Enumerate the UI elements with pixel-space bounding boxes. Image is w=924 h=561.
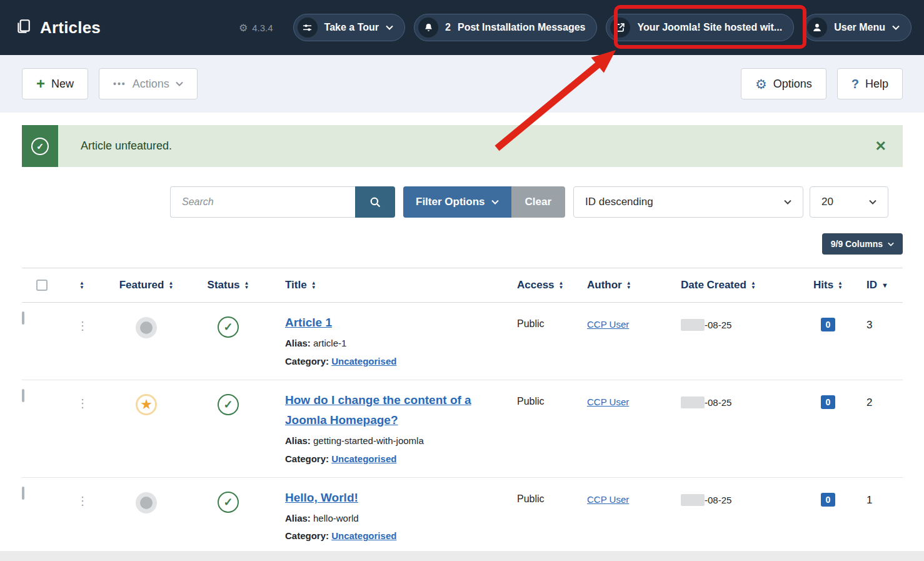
alert-message: Article unfeatured. bbox=[58, 125, 859, 167]
take-a-tour-button[interactable]: Take a Tour bbox=[293, 14, 405, 41]
access-level: Public bbox=[517, 493, 587, 505]
date-created-cell: -08-25 bbox=[681, 319, 798, 331]
user-menu-button[interactable]: User Menu bbox=[803, 14, 911, 41]
id-header[interactable]: ID▼ bbox=[858, 279, 903, 291]
close-alert-button[interactable]: ✕ bbox=[859, 125, 903, 167]
version-number: 4.3.4 bbox=[252, 23, 273, 33]
clear-button[interactable]: Clear bbox=[511, 186, 566, 218]
columns-row: 9/9 Columns bbox=[0, 233, 903, 255]
sort-icon: ▲▼ bbox=[626, 281, 631, 290]
redacted-date bbox=[681, 397, 705, 408]
drag-handle-icon[interactable]: ⋮ bbox=[62, 397, 102, 410]
category-link[interactable]: Uncategorised bbox=[331, 530, 396, 541]
success-icon-block: ✓ bbox=[22, 125, 58, 167]
joomla-articles-admin: Articles ⚙ 4.3.4 Take a Tour 2 Post Inst… bbox=[0, 0, 924, 561]
sort-icon: ▲▼ bbox=[79, 281, 84, 290]
published-check-icon[interactable]: ✓ bbox=[218, 394, 239, 415]
article-alias: Alias: getting-started-with-joomla bbox=[285, 433, 505, 448]
external-link-icon bbox=[610, 18, 630, 38]
featured-star-icon[interactable]: ★ bbox=[136, 394, 157, 415]
category-link[interactable]: Uncategorised bbox=[331, 453, 396, 464]
ellipsis-icon: ••• bbox=[113, 79, 126, 89]
user-icon bbox=[807, 18, 827, 38]
help-button[interactable]: ? Help bbox=[837, 68, 903, 99]
filter-options-label: Filter Options bbox=[416, 196, 485, 208]
hits-badge: 0 bbox=[821, 318, 836, 331]
search-button[interactable] bbox=[355, 186, 395, 218]
row-checkbox[interactable] bbox=[22, 311, 24, 325]
sort-icon: ▲▼ bbox=[838, 281, 843, 290]
question-mark-icon: ? bbox=[851, 77, 859, 91]
page-title: Articles bbox=[40, 18, 101, 38]
drag-handle-icon[interactable]: ⋮ bbox=[62, 494, 102, 508]
redacted-date bbox=[681, 319, 705, 331]
options-button[interactable]: ⚙ Options bbox=[741, 68, 826, 99]
search-group bbox=[170, 186, 395, 218]
row-checkbox[interactable] bbox=[22, 389, 24, 402]
unfeatured-icon[interactable] bbox=[140, 321, 153, 334]
sort-icon: ▲▼ bbox=[311, 281, 316, 290]
sort-icon: ▲▼ bbox=[559, 281, 564, 290]
drag-handle-icon[interactable]: ⋮ bbox=[62, 319, 102, 333]
author-link[interactable]: CCP User bbox=[587, 319, 629, 330]
columns-button[interactable]: 9/9 Columns bbox=[822, 233, 903, 255]
joomla-site-link-button[interactable]: Your Joomla! Site hosted wit... bbox=[606, 14, 794, 41]
plus-icon: + bbox=[36, 76, 45, 91]
table-row: ⋮ ✓ Hello, World! Alias: hello-world Cat… bbox=[22, 478, 903, 555]
featured-header[interactable]: Featured▲▼ bbox=[102, 279, 191, 291]
search-icon bbox=[369, 196, 381, 208]
article-title-link[interactable]: Article 1 bbox=[285, 316, 332, 329]
article-title-link[interactable]: Hello, World! bbox=[285, 491, 358, 504]
articles-copy-icon bbox=[15, 18, 31, 37]
article-title-link[interactable]: How do I change the content of a Joomla … bbox=[285, 393, 471, 427]
author-link[interactable]: CCP User bbox=[587, 494, 629, 505]
access-header[interactable]: Access▲▼ bbox=[517, 279, 587, 291]
post-installation-messages-button[interactable]: 2 Post Installation Messages bbox=[414, 14, 597, 41]
user-menu-label: User Menu bbox=[834, 22, 885, 33]
published-check-icon[interactable]: ✓ bbox=[218, 492, 239, 513]
articles-table: ▲▼ Featured▲▼ Status▲▼ Title▲▼ Access▲▼ … bbox=[22, 268, 903, 555]
date-created-header[interactable]: Date Created▲▼ bbox=[681, 279, 798, 291]
access-level: Public bbox=[517, 396, 587, 407]
notifications-label: Post Installation Messages bbox=[458, 22, 586, 33]
actions-button[interactable]: ••• Actions bbox=[99, 68, 198, 99]
select-all-checkbox[interactable] bbox=[36, 280, 48, 291]
hits-header[interactable]: Hits▲▼ bbox=[798, 279, 858, 291]
access-level: Public bbox=[517, 318, 587, 330]
sort-icon: ▲▼ bbox=[168, 281, 173, 290]
filter-options-button[interactable]: Filter Options bbox=[403, 186, 511, 218]
sort-order-select[interactable]: ID descending bbox=[573, 186, 803, 218]
new-button[interactable]: + New bbox=[22, 68, 88, 99]
joomla-version: ⚙ 4.3.4 bbox=[239, 22, 273, 34]
columns-label: 9/9 Columns bbox=[831, 239, 883, 249]
list-limit-select[interactable]: 20 bbox=[810, 186, 888, 218]
table-row: ⋮ ✓ Article 1 Alias: article-1 Category:… bbox=[22, 303, 903, 380]
list-limit-value: 20 bbox=[821, 196, 833, 208]
chevron-down-icon bbox=[784, 200, 791, 205]
author-link[interactable]: CCP User bbox=[587, 397, 629, 407]
status-header[interactable]: Status▲▼ bbox=[191, 279, 266, 291]
published-check-icon[interactable]: ✓ bbox=[218, 316, 239, 338]
category-link[interactable]: Uncategorised bbox=[331, 356, 396, 366]
article-id: 3 bbox=[858, 319, 903, 331]
footer-strip bbox=[0, 551, 924, 561]
joomla-version-icon: ⚙ bbox=[239, 22, 248, 34]
sort-order-value: ID descending bbox=[585, 196, 653, 208]
chevron-down-icon bbox=[892, 25, 900, 30]
row-checkbox[interactable] bbox=[22, 487, 24, 500]
author-header[interactable]: Author▲▼ bbox=[587, 279, 681, 291]
check-circle-icon: ✓ bbox=[31, 138, 49, 155]
article-category: Category: Uncategorised bbox=[285, 528, 505, 543]
date-created-cell: -08-25 bbox=[681, 494, 798, 506]
sort-desc-icon: ▼ bbox=[881, 281, 888, 289]
top-navbar: Articles ⚙ 4.3.4 Take a Tour 2 Post Inst… bbox=[0, 0, 924, 55]
redacted-date bbox=[681, 494, 705, 506]
ordering-sort-header[interactable]: ▲▼ bbox=[62, 281, 102, 290]
notification-count-badge: 2 bbox=[445, 22, 451, 33]
sort-icon: ▲▼ bbox=[244, 281, 249, 290]
title-header[interactable]: Title▲▼ bbox=[266, 279, 517, 291]
search-input[interactable] bbox=[170, 186, 355, 218]
article-alias: Alias: hello-world bbox=[285, 511, 505, 525]
page-title-wrap: Articles bbox=[15, 18, 101, 38]
unfeatured-icon[interactable] bbox=[140, 497, 153, 509]
